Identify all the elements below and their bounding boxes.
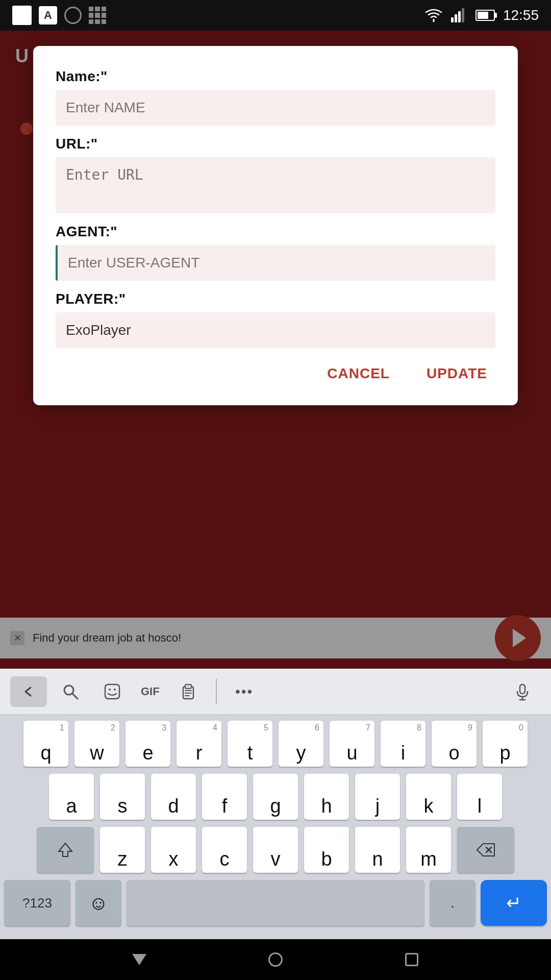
numbers-switch-key[interactable]: ?123 <box>4 880 70 926</box>
keyboard-more-button[interactable]: ••• <box>226 676 263 707</box>
key-c[interactable]: c <box>202 827 247 873</box>
key-g[interactable]: g <box>253 774 298 820</box>
svg-rect-0 <box>451 17 454 22</box>
key-number-2: 2 <box>111 724 115 732</box>
keyboard-gif-button[interactable]: GIF <box>136 676 165 707</box>
key-w[interactable]: 2w <box>74 721 119 767</box>
key-n[interactable]: n <box>355 827 400 873</box>
name-input[interactable] <box>56 90 495 126</box>
white-square-icon <box>12 6 32 25</box>
keyboard-sticker-button[interactable] <box>94 676 131 707</box>
key-i[interactable]: 8i <box>381 721 425 767</box>
svg-rect-2 <box>458 11 461 22</box>
key-number-5: 5 <box>264 724 268 732</box>
key-a[interactable]: a <box>49 774 94 820</box>
name-field-container: Name:" <box>56 68 495 126</box>
player-field-container: PLAYER:" <box>56 291 495 348</box>
svg-point-8 <box>114 689 116 691</box>
key-k[interactable]: k <box>406 774 451 820</box>
key-v[interactable]: v <box>253 827 298 873</box>
key-p[interactable]: 0p <box>483 721 528 767</box>
key-u[interactable]: 7u <box>330 721 374 767</box>
circle-status-icon <box>64 7 82 24</box>
key-t[interactable]: 5t <box>228 721 272 767</box>
keyboard-separator <box>216 679 217 704</box>
key-q[interactable]: 1q <box>23 721 68 767</box>
svg-rect-14 <box>520 684 525 694</box>
shift-key[interactable] <box>37 827 94 873</box>
player-label: PLAYER:" <box>56 291 495 307</box>
key-number-9: 9 <box>468 724 472 732</box>
agent-field-container: AGENT:" <box>56 224 495 281</box>
status-bar: A 12 <box>0 0 551 31</box>
keyboard-row-4: ?123 ☺ . ↵ <box>4 880 547 926</box>
enter-icon: ↵ <box>506 892 521 914</box>
key-number-6: 6 <box>315 724 319 732</box>
key-y[interactable]: 6y <box>279 721 323 767</box>
signal-icon <box>451 8 467 22</box>
status-time: 12:55 <box>503 7 539 23</box>
key-b[interactable]: b <box>304 827 349 873</box>
key-x[interactable]: x <box>151 827 196 873</box>
key-number-0: 0 <box>519 724 523 732</box>
svg-rect-6 <box>105 684 119 699</box>
key-number-4: 4 <box>213 724 217 732</box>
status-icons-left: A <box>12 6 106 25</box>
key-number-8: 8 <box>417 724 421 732</box>
keyboard-row-3: z x c v b n m <box>4 827 547 873</box>
key-h[interactable]: h <box>304 774 349 820</box>
keyboard-mic-button[interactable] <box>504 676 541 707</box>
key-f[interactable]: f <box>202 774 247 820</box>
key-s[interactable]: s <box>100 774 145 820</box>
agent-input[interactable] <box>56 245 495 281</box>
key-number-7: 7 <box>366 724 370 732</box>
key-number-1: 1 <box>60 724 64 732</box>
back-arrow-icon <box>20 683 37 700</box>
key-l[interactable]: l <box>457 774 502 820</box>
keyboard-back-button[interactable] <box>10 676 47 707</box>
keyboard-clipboard-button[interactable] <box>170 676 207 707</box>
key-number-3: 3 <box>162 724 166 732</box>
backspace-icon <box>475 842 496 858</box>
keyboard-toolbar: GIF ••• <box>0 669 551 715</box>
key-z[interactable]: z <box>100 827 145 873</box>
key-o[interactable]: 9o <box>432 721 477 767</box>
a-icon: A <box>39 6 57 24</box>
player-input[interactable] <box>56 312 495 348</box>
dialog: Name:" URL:" AGENT:" PLAYER:" CANCEL UPD… <box>33 46 518 405</box>
url-input[interactable] <box>56 157 495 213</box>
cancel-button[interactable]: CANCEL <box>319 360 398 387</box>
backspace-key[interactable] <box>457 827 514 873</box>
svg-point-7 <box>109 689 111 691</box>
url-label: URL:" <box>56 136 495 152</box>
search-icon <box>61 682 80 701</box>
key-r[interactable]: 4r <box>177 721 221 767</box>
status-icons-right: 12:55 <box>424 7 539 23</box>
period-key[interactable]: . <box>430 880 475 926</box>
shift-icon <box>56 840 75 860</box>
update-button[interactable]: UPDATE <box>418 360 495 387</box>
key-e[interactable]: 3e <box>126 721 170 767</box>
keyboard-row-1: 1q 2w 3e 4r 5t 6y 7u 8i 9o 0p <box>4 721 547 767</box>
enter-key[interactable]: ↵ <box>481 880 547 926</box>
key-m[interactable]: m <box>406 827 451 873</box>
sticker-icon <box>103 682 121 701</box>
keyboard-row-2: a s d f g h j k l <box>4 774 547 820</box>
svg-rect-10 <box>185 684 191 689</box>
name-label: Name:" <box>56 68 495 85</box>
grid-status-icon <box>89 7 106 24</box>
emoji-icon: ☺ <box>89 892 109 914</box>
clipboard-icon <box>179 682 197 701</box>
space-key[interactable] <box>127 880 424 926</box>
key-j[interactable]: j <box>355 774 400 820</box>
emoji-key[interactable]: ☺ <box>76 880 121 926</box>
agent-label: AGENT:" <box>56 224 495 240</box>
wifi-icon <box>424 8 443 22</box>
key-d[interactable]: d <box>151 774 196 820</box>
svg-rect-1 <box>455 14 457 22</box>
keyboard-keys: 1q 2w 3e 4r 5t 6y 7u 8i 9o 0p a s d f g … <box>0 715 551 939</box>
period-label: . <box>450 896 455 910</box>
numbers-key-label: ?123 <box>22 896 52 910</box>
keyboard-search-button[interactable] <box>52 676 89 707</box>
more-dots-icon: ••• <box>235 683 253 700</box>
